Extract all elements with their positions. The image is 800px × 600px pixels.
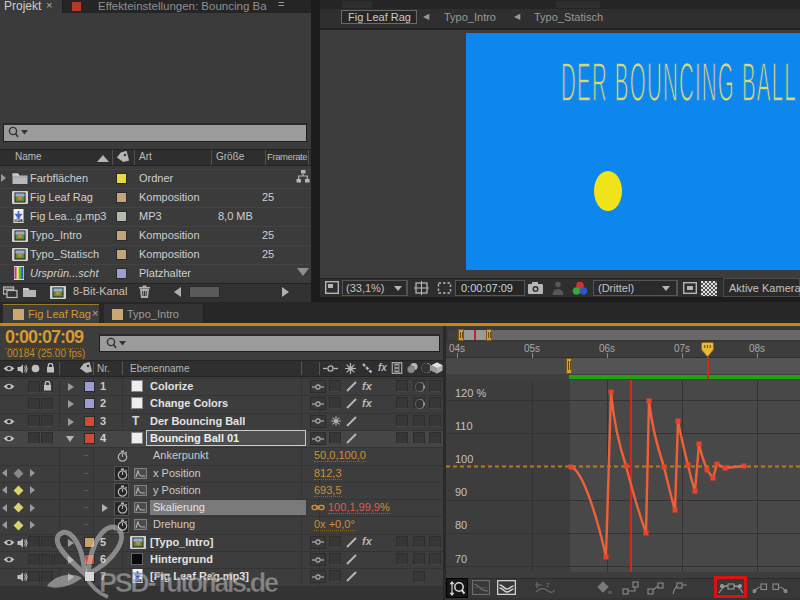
svg-text:MP3: MP3 [15, 219, 21, 223]
svg-text:PSD-Tutorials.de: PSD-Tutorials.de [99, 568, 279, 598]
svg-text:z: z [546, 581, 550, 588]
